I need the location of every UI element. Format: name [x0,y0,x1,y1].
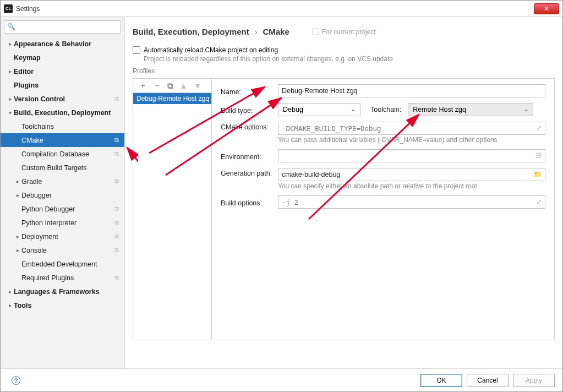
cmake-options-label: CMake options: [221,122,278,131]
sidebar-item-debugger[interactable]: Debugger [1,188,124,202]
move-up-button[interactable]: ▲ [179,81,188,90]
project-scope-icon: ⧉ [114,247,119,254]
sidebar-item-label: Plugins [14,81,39,89]
add-profile-button[interactable]: ＋ [139,80,147,91]
cancel-button[interactable]: Cancel [467,374,509,387]
sidebar-item-label: Deployment [21,233,58,241]
sidebar-item-label: Toolchains [21,123,54,130]
generation-path-input[interactable] [278,168,545,181]
sidebar-item-toolchains[interactable]: Toolchains [1,119,124,133]
chevron-icon [14,192,21,198]
sidebar-item-label: Required Plugins [21,274,74,282]
list-icon[interactable]: ☰ [535,151,542,160]
project-scope-icon: ⧉ [114,95,119,102]
sidebar-item-cmake[interactable]: CMake⧉ [1,133,124,147]
sidebar-item-gradle[interactable]: Gradle⧉ [1,175,124,188]
profiles-section: Profiles ＋ － ⧉ ▲ ▼ Debug-Remote Host zgq [133,65,555,340]
build-type-select[interactable]: Debug [278,103,360,116]
breadcrumb: Build, Execution, Deployment › CMake For… [133,27,555,36]
sidebar-item-appearance-behavior[interactable]: Appearance & Behavior [1,37,124,51]
sidebar-item-languages-frameworks[interactable]: Languages & Frameworks [1,285,124,298]
expand-icon[interactable]: ⤢ [536,124,542,132]
dialog-footer: ? OK Cancel Apply [1,368,562,391]
search-input[interactable] [4,20,121,34]
profiles-list[interactable]: Debug-Remote Host zgq [133,93,211,340]
folder-icon[interactable]: 📁 [533,170,542,178]
generation-path-label: Generation path: [221,168,278,177]
sidebar-item-custom-build-targets[interactable]: Custom Build Targets [1,161,124,175]
sidebar-item-label: Languages & Frameworks [14,288,100,296]
sidebar-item-deployment[interactable]: Deployment⧉ [1,230,124,243]
sidebar-item-compilation-database[interactable]: Compilation Database⧉ [1,147,124,161]
profile-item[interactable]: Debug-Remote Host zgq [133,93,211,104]
copy-profile-button[interactable]: ⧉ [167,81,173,91]
breadcrumb-root: Build, Execution, Deployment [133,27,249,36]
environment-label: Environment: [221,151,278,161]
copy-icon [313,29,319,35]
sidebar-item-plugins[interactable]: Plugins [1,78,124,92]
build-type-label: Build type: [221,105,278,115]
remove-profile-button[interactable]: － [153,80,161,91]
cmake-options-input[interactable] [278,122,545,135]
toolchain-value: Remote Host zgq [413,106,466,113]
breadcrumb-hint-label: For current project [322,28,376,36]
toolchain-select[interactable]: Remote Host zgq [408,103,533,116]
profiles-toolbar: ＋ － ⧉ ▲ ▼ [133,79,211,93]
auto-reload-hint: Project is reloaded regardless of this o… [144,55,555,63]
environment-input[interactable] [278,149,545,162]
sidebar-item-label: CMake [21,137,43,144]
sidebar-item-version-control[interactable]: Version Control⧉ [1,92,124,106]
build-options-input[interactable] [278,195,545,209]
move-down-button[interactable]: ▼ [194,81,202,90]
settings-window: CL Settings ✕ 🔍 Appearance & BehaviorKey… [0,0,563,392]
sidebar-item-label: Custom Build Targets [21,164,87,172]
profiles-group-label: Profiles [133,67,555,75]
close-button[interactable]: ✕ [534,3,559,14]
chevron-icon [6,68,14,74]
settings-tree[interactable]: Appearance & BehaviorKeymapEditorPlugins… [1,36,124,368]
chevron-icon [6,302,14,308]
project-scope-icon: ⧉ [114,150,119,157]
sidebar-item-console[interactable]: Console⧉ [1,243,124,257]
sidebar-item-python-debugger[interactable]: Python Debugger⧉ [1,202,124,216]
expand-icon[interactable]: ⤢ [536,198,542,206]
build-options-label: Build options: [221,198,278,207]
sidebar-item-editor[interactable]: Editor [1,64,124,78]
project-scope-icon: ⧉ [114,219,119,226]
chevron-icon [6,288,14,295]
project-scope-icon: ⧉ [114,274,119,281]
sidebar-item-label: Compilation Database [21,150,89,158]
sidebar-item-label: Embedded Development [21,260,97,268]
name-input[interactable] [278,84,545,97]
sidebar-item-label: Build, Execution, Deployment [14,109,111,117]
auto-reload-checkbox[interactable] [133,46,140,54]
sidebar-item-tools[interactable]: Tools [1,298,124,312]
sidebar-item-build-execution-deployment[interactable]: Build, Execution, Deployment [1,106,124,119]
chevron-icon [6,41,14,47]
help-button[interactable]: ? [12,376,20,385]
sidebar-item-label: Gradle [21,178,42,186]
sidebar-item-embedded-development[interactable]: Embedded Development [1,257,124,271]
project-scope-icon: ⧉ [114,233,119,240]
sidebar-item-required-plugins[interactable]: Required Plugins⧉ [1,271,124,285]
chevron-icon [6,110,14,116]
sidebar-item-label: Keymap [14,54,41,62]
sidebar-item-label: Python Debugger [21,205,75,213]
sidebar-item-python-interpreter[interactable]: Python Interpreter⧉ [1,216,124,230]
auto-reload-label: Automatically reload CMake project on ed… [144,46,278,54]
search-wrap: 🔍 [1,17,124,36]
sidebar-item-label: Console [21,247,47,254]
profiles-left: ＋ － ⧉ ▲ ▼ Debug-Remote Host zgq [133,79,212,340]
ok-button[interactable]: OK [420,374,462,387]
profile-form: Name: Build type: Debug Toolchain: Remot… [212,79,554,340]
main-panel: Build, Execution, Deployment › CMake For… [125,17,562,368]
build-type-value: Debug [283,106,303,113]
breadcrumb-hint: For current project [313,28,376,36]
app-icon: CL [4,4,13,13]
chevron-icon [14,178,21,184]
chevron-right-icon: › [255,28,258,36]
cmake-options-hint: You can pass additional variables (-DVAR… [278,136,545,144]
apply-button[interactable]: Apply [513,374,555,387]
chevron-icon [6,96,14,102]
sidebar-item-keymap[interactable]: Keymap [1,51,124,64]
